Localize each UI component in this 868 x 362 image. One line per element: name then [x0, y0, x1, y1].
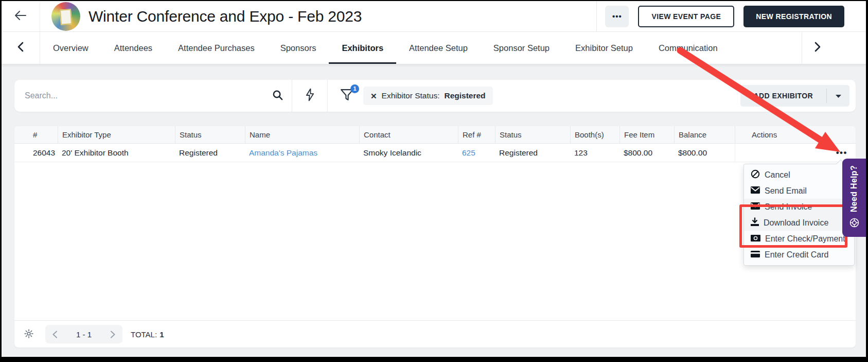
table-settings-button[interactable] [24, 329, 34, 340]
cell-name-link[interactable]: Amanda's Pajamas [245, 144, 359, 162]
cell-fee-item: $800.00 [619, 144, 674, 162]
toolbar-divider [327, 80, 328, 112]
column-header-status: Status [175, 126, 245, 143]
column-header-status-2: Status [495, 126, 570, 143]
add-exhibitor-split-button: ADD EXHIBITOR [740, 85, 849, 107]
cash-icon [751, 234, 760, 244]
remove-filter-icon[interactable]: ✕ [370, 92, 377, 100]
cell-ref-link[interactable]: 625 [458, 144, 495, 162]
cancel-icon [751, 169, 760, 181]
header-actions: ••• VIEW EVENT PAGE NEW REGISTRATION [596, 1, 866, 31]
cell-status: Registered [175, 144, 245, 162]
filter-count-badge: 1 [350, 84, 359, 93]
cell-actions: ••• [735, 144, 856, 162]
search-toolbar: 1 ✕ Exhibitor Status: Registered ADD EXH… [14, 80, 856, 112]
tab-exhibitors[interactable]: Exhibitors [329, 32, 396, 64]
column-header-contact: Contact [359, 126, 458, 143]
tab-attendees[interactable]: Attendees [101, 32, 165, 64]
help-ring-icon [849, 217, 860, 230]
column-header-actions: Actions [735, 126, 856, 143]
page-title: Winter Conference and Expo - Feb 2023 [88, 8, 362, 25]
table-empty-area [14, 162, 856, 320]
chevron-right-icon [814, 42, 821, 54]
lightning-bolt-icon [305, 88, 315, 104]
caret-down-icon [835, 91, 842, 100]
cell-status-2: Registered [495, 144, 570, 162]
menu-item-send-email[interactable]: Send Email [744, 183, 854, 199]
more-options-button[interactable]: ••• [605, 6, 629, 27]
pagination-prev-button[interactable] [52, 331, 57, 338]
header-divider [596, 1, 597, 31]
column-header-ref: Ref # [458, 126, 495, 143]
column-header-balance: Balance [674, 126, 735, 143]
cell-number: 26043 [14, 144, 58, 162]
need-help-label: Need Help? [849, 165, 859, 212]
header: Winter Conference and Expo - Feb 2023 ••… [2, 1, 866, 32]
table-footer: 1 - 1 TOTAL: 1 [14, 320, 856, 348]
chevron-left-icon [17, 42, 24, 54]
column-header-name: Name [245, 126, 359, 143]
tab-communication[interactable]: Communication [646, 32, 731, 64]
cell-booths: 123 [570, 144, 619, 162]
tab-attendee-setup[interactable]: Attendee Setup [396, 32, 481, 64]
add-exhibitor-button[interactable]: ADD EXHIBITOR [740, 85, 826, 107]
row-actions-menu: Cancel Send Email Send Invoice Download … [743, 164, 855, 266]
table-header-row: # Exhibitor Type Status Name Contact Ref… [14, 126, 856, 144]
event-avatar [51, 2, 80, 31]
search-input[interactable] [25, 91, 272, 100]
column-header-booths: Booth(s) [570, 126, 619, 143]
tab-overview[interactable]: Overview [40, 32, 101, 64]
tabs-container: Overview Attendees Attendee Purchases Sp… [40, 32, 802, 64]
gear-icon [24, 329, 34, 340]
cell-contact: Smoky Icelandic [359, 144, 458, 162]
row-actions-button[interactable]: ••• [836, 148, 847, 157]
filter-chip-exhibitor-status[interactable]: ✕ Exhibitor Status: Registered [363, 87, 493, 105]
tabs-scroll-right-button[interactable] [802, 32, 866, 64]
tab-sponsors[interactable]: Sponsors [268, 32, 329, 64]
column-header-exhibitor-type: Exhibitor Type [58, 126, 175, 143]
new-registration-button[interactable]: NEW REGISTRATION [743, 6, 844, 27]
column-header-fee-item: Fee Item [619, 126, 674, 143]
total-count: TOTAL: 1 [131, 330, 164, 339]
tab-attendee-purchases[interactable]: Attendee Purchases [165, 32, 268, 64]
app-window: Winter Conference and Expo - Feb 2023 ••… [2, 1, 866, 357]
search-icon[interactable] [272, 89, 284, 103]
filter-chip-value: Registered [444, 91, 485, 100]
tabs-scroll-left-button[interactable] [2, 32, 40, 64]
envelope-icon [751, 186, 760, 196]
avatar-photo-frame [60, 9, 72, 25]
pagination-range: 1 - 1 [76, 330, 92, 339]
cell-balance: $800.00 [674, 144, 735, 162]
pagination: 1 - 1 [45, 325, 122, 343]
download-icon [751, 217, 759, 228]
screenshot-frame: Winter Conference and Expo - Feb 2023 ••… [0, 0, 868, 362]
cell-exhibitor-type: 20' Exhibitor Booth [58, 144, 175, 162]
back-arrow-icon [15, 11, 26, 22]
total-value: 1 [160, 330, 164, 339]
need-help-tab[interactable]: Need Help? [842, 159, 866, 237]
quick-filter-button[interactable] [292, 88, 327, 104]
menu-item-download-invoice[interactable]: Download Invoice [744, 215, 854, 231]
tab-exhibitor-setup[interactable]: Exhibitor Setup [562, 32, 646, 64]
menu-item-enter-credit-card[interactable]: Enter Credit Card [744, 247, 854, 263]
menu-item-send-invoice[interactable]: Send Invoice [744, 199, 854, 215]
filter-chip-label: Exhibitor Status: [382, 91, 440, 100]
menu-item-cancel[interactable]: Cancel [744, 167, 854, 183]
back-button[interactable] [2, 1, 40, 31]
exhibitors-table: # Exhibitor Type Status Name Contact Ref… [14, 126, 856, 348]
tab-sponsor-setup[interactable]: Sponsor Setup [481, 32, 562, 64]
total-label: TOTAL: [131, 330, 157, 339]
credit-card-icon [751, 250, 760, 260]
menu-item-enter-check-payment[interactable]: Enter Check/Payment [744, 231, 854, 247]
pagination-next-button[interactable] [111, 331, 115, 338]
view-event-page-button[interactable]: VIEW EVENT PAGE [638, 6, 734, 27]
envelope-icon [751, 202, 760, 212]
filter-funnel-icon [340, 94, 354, 103]
tab-bar: Overview Attendees Attendee Purchases Sp… [2, 32, 866, 64]
table-row: 26043 20' Exhibitor Booth Registered Ama… [14, 144, 856, 162]
search-box [14, 80, 292, 112]
ellipsis-icon: ••• [612, 12, 622, 20]
add-exhibitor-dropdown-button[interactable] [827, 85, 849, 107]
column-header-number: # [14, 126, 58, 143]
filter-button[interactable]: 1 [340, 89, 354, 104]
